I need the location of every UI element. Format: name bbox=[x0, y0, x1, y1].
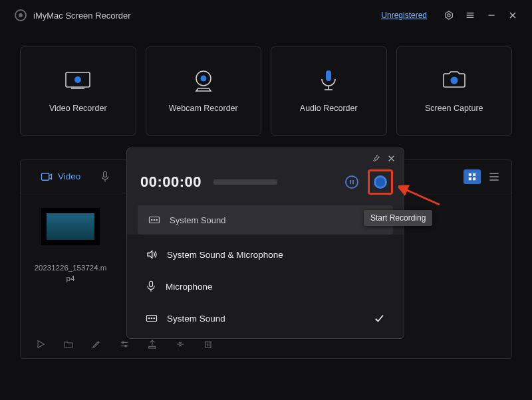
edit-button[interactable] bbox=[91, 339, 102, 350]
svg-rect-21 bbox=[473, 173, 475, 175]
audio-level-meter bbox=[213, 179, 277, 185]
svg-point-46 bbox=[156, 219, 158, 221]
tab-video-label: Video bbox=[58, 171, 80, 181]
svg-point-12 bbox=[200, 76, 206, 82]
mode-audio-recorder[interactable]: Audio Recorder bbox=[271, 47, 387, 136]
unregistered-link[interactable]: Unregistered bbox=[381, 11, 427, 20]
system-sound-icon bbox=[146, 314, 158, 323]
view-list-button[interactable] bbox=[487, 170, 501, 183]
svg-rect-18 bbox=[104, 171, 107, 177]
svg-rect-23 bbox=[473, 177, 475, 180]
mode-label: Video Recorder bbox=[49, 104, 107, 113]
svg-point-16 bbox=[450, 77, 458, 84]
open-folder-button[interactable] bbox=[63, 339, 74, 350]
svg-point-45 bbox=[154, 219, 155, 221]
svg-point-40 bbox=[346, 176, 358, 188]
file-item[interactable]: 20231226_153724.mp4 bbox=[34, 208, 107, 284]
view-grid-button[interactable] bbox=[464, 169, 481, 184]
svg-rect-22 bbox=[469, 177, 471, 180]
delete-button[interactable] bbox=[203, 339, 213, 350]
dropdown-item-microphone[interactable]: Microphone bbox=[127, 270, 404, 302]
svg-point-44 bbox=[152, 219, 153, 221]
close-button[interactable] bbox=[504, 7, 521, 24]
menu-icon[interactable] bbox=[462, 7, 479, 24]
svg-point-51 bbox=[151, 318, 152, 319]
app-logo-icon bbox=[15, 9, 27, 21]
minimize-button[interactable] bbox=[483, 7, 500, 24]
tab-video[interactable]: Video bbox=[31, 167, 90, 185]
mode-label: Screen Capture bbox=[425, 104, 483, 113]
dropdown-item-label: Microphone bbox=[166, 282, 213, 292]
mode-video-recorder[interactable]: Video Recorder bbox=[20, 47, 136, 136]
popup-close-icon[interactable] bbox=[387, 153, 396, 165]
webcam-recorder-icon bbox=[188, 69, 219, 92]
video-recorder-icon bbox=[62, 69, 94, 92]
svg-point-52 bbox=[154, 318, 155, 319]
audio-source-dropdown: System Sound & Microphone Microphone Sys… bbox=[127, 235, 404, 338]
dropdown-item-label: System Sound & Microphone bbox=[167, 250, 283, 260]
audio-recorder-icon bbox=[313, 69, 344, 92]
audio-source-select[interactable]: System Sound bbox=[138, 205, 393, 235]
speaker-icon bbox=[146, 249, 158, 260]
dropdown-item-system-sound[interactable]: System Sound bbox=[127, 302, 404, 334]
mode-screen-capture[interactable]: Screen Capture bbox=[396, 47, 513, 136]
dropdown-item-system-and-mic[interactable]: System Sound & Microphone bbox=[127, 239, 404, 270]
svg-rect-32 bbox=[149, 346, 156, 348]
file-thumbnail bbox=[41, 208, 100, 245]
svg-marker-0 bbox=[446, 11, 453, 19]
start-recording-tooltip: Start Recording bbox=[364, 210, 432, 226]
svg-rect-47 bbox=[149, 281, 152, 286]
mode-label: Webcam Recorder bbox=[169, 104, 238, 113]
mode-label: Audio Recorder bbox=[300, 104, 358, 113]
check-icon bbox=[373, 312, 385, 324]
recorder-popup: 00:00:00 System Sound System Sound & Mic… bbox=[126, 148, 404, 339]
compress-button[interactable] bbox=[175, 339, 186, 350]
microphone-icon bbox=[146, 280, 156, 292]
dropdown-item-label: System Sound bbox=[167, 314, 225, 324]
record-dot-icon bbox=[374, 175, 387, 189]
settings-icon[interactable] bbox=[440, 7, 458, 24]
mode-cards: Video Recorder Webcam Recorder Audio Rec… bbox=[0, 31, 532, 142]
svg-rect-20 bbox=[469, 173, 471, 175]
start-recording-button[interactable] bbox=[368, 169, 393, 195]
mode-webcam-recorder[interactable]: Webcam Recorder bbox=[146, 47, 262, 136]
svg-rect-34 bbox=[205, 342, 211, 348]
app-title: iMyMac Screen Recorder bbox=[33, 11, 131, 21]
tab-audio-icon[interactable] bbox=[95, 171, 115, 183]
svg-rect-13 bbox=[326, 70, 331, 81]
play-button[interactable] bbox=[35, 339, 46, 350]
pin-icon[interactable] bbox=[372, 153, 380, 165]
audio-source-selected-label: System Sound bbox=[170, 215, 226, 225]
svg-point-1 bbox=[448, 14, 450, 17]
file-name: 20231226_153724.mp4 bbox=[34, 262, 107, 284]
svg-rect-17 bbox=[42, 173, 49, 180]
svg-marker-27 bbox=[38, 341, 44, 348]
svg-point-50 bbox=[149, 318, 150, 319]
titlebar: iMyMac Screen Recorder Unregistered bbox=[0, 0, 532, 31]
system-sound-icon bbox=[148, 215, 160, 225]
settings-sliders-button[interactable] bbox=[119, 339, 130, 350]
svg-point-10 bbox=[74, 76, 81, 83]
pause-button[interactable] bbox=[344, 174, 360, 190]
recording-timer: 00:00:00 bbox=[140, 173, 205, 191]
export-button[interactable] bbox=[147, 339, 158, 350]
screen-capture-icon bbox=[438, 69, 470, 92]
